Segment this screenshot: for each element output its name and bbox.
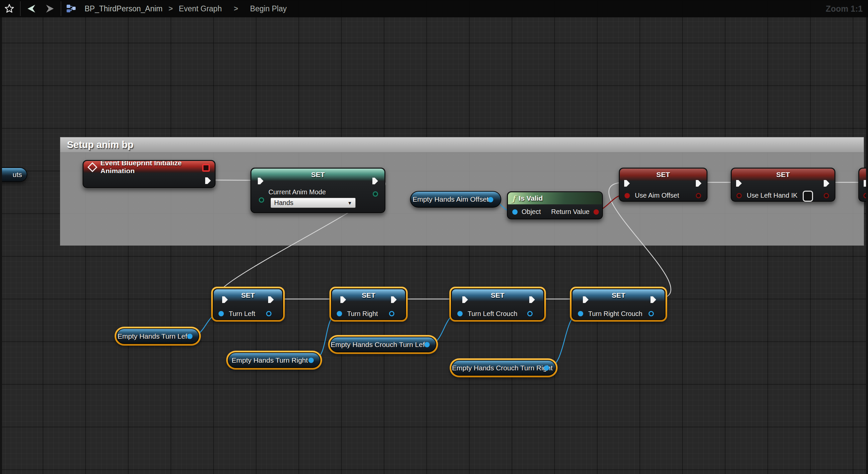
node-set-use-left-hand-ik[interactable]: SET Use Left Hand IK	[731, 168, 835, 202]
variable-label: uts	[0, 171, 27, 179]
right-panel-edge	[866, 0, 868, 474]
pin-label-return-value: Return Value	[551, 208, 590, 216]
object-input-pin[interactable]	[337, 311, 342, 316]
object-output-pin[interactable]	[389, 311, 394, 316]
toolbar-separator	[61, 1, 61, 16]
node-set-current-anim-mode[interactable]: SET Current Anim Mode Hands ▼	[250, 168, 385, 213]
function-node-title: Is Valid	[519, 194, 542, 202]
node-event-blueprint-initialize-animation[interactable]: Event Blueprint Initialize Animation	[83, 160, 216, 188]
node-set-turn-right-crouch[interactable]: SET Turn Right Crouch	[570, 287, 667, 322]
breadcrumb-begin-play[interactable]: Begin Play	[250, 4, 287, 13]
bool-input-pin[interactable]	[624, 193, 630, 198]
exec-out-pin[interactable]	[696, 180, 702, 187]
node-get-empty-hands-crouch-turn-left[interactable]: Empty Hands Crouch Turn Left	[328, 335, 438, 354]
variable-pill-body[interactable]: Empty Hands Crouch Turn Right	[451, 360, 556, 376]
dropdown-selected-value: Hands	[274, 199, 347, 207]
node-get-empty-hands-crouch-turn-right[interactable]: Empty Hands Crouch Turn Right	[450, 358, 558, 377]
variable-pill-body[interactable]: Empty Hands Turn Right	[228, 352, 320, 368]
object-input-pin[interactable]	[512, 209, 518, 215]
pin-label-use-aim-offset: Use Aim Offset	[635, 192, 679, 199]
set-node-title: SET	[241, 291, 255, 299]
event-node-title: Event Blueprint Initialize Animation	[101, 161, 215, 173]
variable-label: Empty Hands Crouch Turn Left	[331, 341, 436, 349]
set-node-header: SET	[732, 169, 834, 181]
exec-out-pin[interactable]	[824, 180, 829, 187]
node-partial-left-pill[interactable]: uts	[0, 167, 27, 182]
forward-button[interactable]	[41, 0, 59, 17]
variable-label: Empty Hands Aim Offset	[411, 195, 501, 203]
node-set-turn-right[interactable]: SET Turn Right	[330, 287, 408, 322]
event-node-header: Event Blueprint Initialize Animation	[84, 161, 215, 173]
node-set-use-aim-offset[interactable]: SET Use Aim Offset	[619, 168, 708, 202]
set-node-header: SET	[251, 169, 384, 181]
node-set-turn-left-crouch[interactable]: SET Turn Left Crouch	[449, 287, 546, 322]
delegate-pin-icon[interactable]	[202, 164, 210, 172]
breadcrumb-event-graph[interactable]: Event Graph	[179, 4, 222, 13]
object-input-pin[interactable]	[457, 311, 463, 316]
variable-label: Empty Hands Turn Right	[228, 356, 320, 364]
set-node-body[interactable]: SET Turn Left Crouch	[451, 288, 544, 320]
set-node-title: SET	[776, 171, 790, 179]
bool-input-pin[interactable]	[737, 193, 742, 198]
forward-arrow-icon	[44, 4, 55, 14]
object-input-pin[interactable]	[578, 311, 583, 316]
exec-in-pin[interactable]	[624, 180, 630, 187]
zoom-level-label: Zoom 1:1	[826, 4, 863, 14]
object-output-pin[interactable]	[187, 334, 192, 339]
breadcrumb-chevron-icon: >	[168, 4, 173, 13]
blueprint-icon	[66, 4, 76, 13]
object-output-pin[interactable]	[544, 365, 549, 371]
anim-mode-dropdown[interactable]: Hands ▼	[271, 198, 356, 208]
object-output-pin[interactable]	[649, 311, 654, 316]
exec-in-pin[interactable]	[736, 180, 742, 187]
bool-value-checkbox[interactable]	[803, 191, 813, 202]
variable-label: Empty Hands Turn Left	[117, 332, 198, 340]
object-input-pin[interactable]	[218, 311, 224, 316]
node-get-empty-hands-turn-left[interactable]: Empty Hands Turn Left	[115, 327, 201, 346]
pin-label-turn-left: Turn Left	[229, 310, 255, 318]
set-node-body[interactable]: SET Turn Right	[331, 288, 406, 320]
node-get-empty-hands-turn-right[interactable]: Empty Hands Turn Right	[226, 351, 322, 370]
enum-input-pin[interactable]	[259, 197, 264, 203]
set-node-title: SET	[311, 171, 325, 179]
enum-output-pin[interactable]	[373, 191, 378, 197]
exec-out-pin[interactable]	[205, 177, 211, 184]
blueprint-breadcrumb-icon-button[interactable]	[63, 0, 80, 17]
object-output-pin[interactable]	[308, 358, 314, 363]
object-output-pin[interactable]	[266, 311, 272, 316]
object-output-pin[interactable]	[488, 197, 493, 202]
back-arrow-icon	[26, 4, 37, 14]
breadcrumb-blueprint-name[interactable]: BP_ThirdPerson_Anim	[85, 4, 162, 13]
dropdown-arrow-icon: ▼	[347, 200, 352, 206]
node-is-valid[interactable]: ƒ Is Valid Object Return Value	[507, 191, 603, 219]
set-node-body[interactable]: SET Turn Left	[213, 288, 283, 320]
comment-header[interactable]: Setup anim bp	[60, 137, 864, 153]
variable-pill-body[interactable]: Empty Hands Crouch Turn Left	[330, 337, 436, 352]
set-node-title: SET	[612, 291, 625, 299]
toolbar-separator	[20, 1, 21, 16]
set-node-header: SET	[620, 169, 707, 181]
set-node-title: SET	[656, 171, 670, 179]
left-panel-edge	[0, 0, 2, 474]
bool-output-pin[interactable]	[593, 209, 599, 215]
object-output-pin[interactable]	[527, 311, 533, 316]
set-node-body[interactable]: SET Turn Right Crouch	[571, 288, 665, 320]
favorite-star-button[interactable]	[0, 0, 19, 17]
pin-label-turn-left-crouch: Turn Left Crouch	[468, 310, 517, 318]
function-icon: ƒ	[512, 194, 515, 203]
comment-title: Setup anim bp	[67, 139, 133, 150]
pin-label-turn-right: Turn Right	[347, 310, 378, 318]
back-button[interactable]	[22, 0, 41, 17]
event-diamond-icon	[88, 162, 97, 172]
pin-label-current-anim-mode: Current Anim Mode	[269, 188, 326, 196]
bool-output-pin[interactable]	[696, 193, 701, 198]
node-set-turn-left[interactable]: SET Turn Left	[211, 287, 285, 322]
object-output-pin[interactable]	[424, 342, 430, 347]
variable-pill-body[interactable]: Empty Hands Turn Left	[116, 328, 199, 344]
graph-toolbar: BP_ThirdPerson_Anim > Event Graph > Begi…	[0, 0, 868, 17]
breadcrumb-chevron-icon: >	[234, 4, 238, 13]
function-node-header: ƒ Is Valid	[508, 192, 602, 204]
pin-label-turn-right-crouch: Turn Right Crouch	[588, 310, 643, 318]
bool-output-pin[interactable]	[824, 193, 829, 198]
node-get-empty-hands-aim-offset[interactable]: Empty Hands Aim Offset	[410, 191, 501, 208]
